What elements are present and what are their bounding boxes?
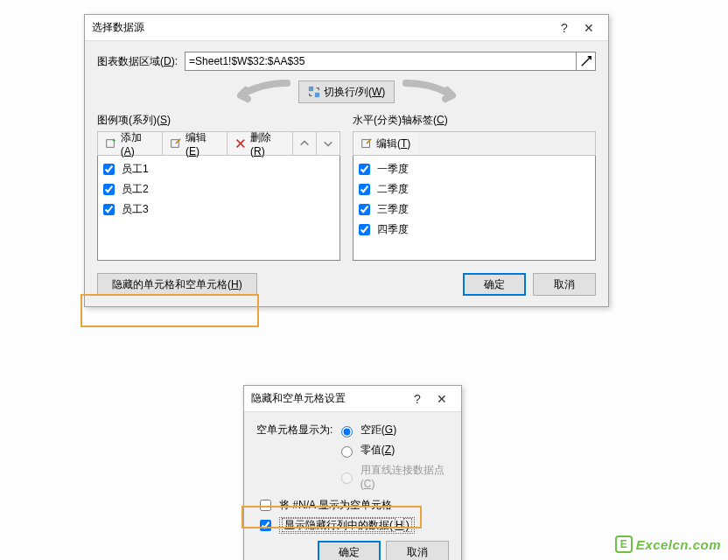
legend-label: 图例项(系列)(S) xyxy=(97,113,340,128)
cancel-button[interactable]: 取消 xyxy=(386,541,449,560)
radio-connect: 用直线连接数据点(C) xyxy=(337,463,449,490)
arrow-left-icon xyxy=(230,80,291,104)
legend-toolbar: 添加(A) 编辑(E) 删除(R) xyxy=(97,131,340,156)
list-item-label: 一季度 xyxy=(377,162,409,177)
edit-icon xyxy=(360,137,373,150)
list-item[interactable]: 一季度 xyxy=(359,159,590,179)
watermark-text: Excelcn.com xyxy=(636,537,721,552)
edit-axis-button[interactable]: 编辑(T) xyxy=(354,132,417,155)
arrow-right-icon xyxy=(402,80,463,104)
collapse-icon xyxy=(580,55,592,67)
switch-row-column-button[interactable]: 切换行/列(W) xyxy=(298,80,396,103)
titlebar: 选择数据源 ? ✕ xyxy=(85,15,608,41)
chart-range-input[interactable]: =Sheet1!$W$32:$AA$35 xyxy=(185,52,577,71)
list-item[interactable]: 员工1 xyxy=(103,159,334,179)
ok-button[interactable]: 确定 xyxy=(463,273,526,296)
radio-zero[interactable]: 零值(Z) xyxy=(337,443,449,458)
watermark: E Excelcn.com xyxy=(615,536,721,553)
legend-column: 图例项(系列)(S) 添加(A) 编辑(E) 删除(R) xyxy=(97,113,340,261)
list-item[interactable]: 员工2 xyxy=(103,179,334,200)
list-item-label: 四季度 xyxy=(377,222,409,237)
list-item-checkbox[interactable] xyxy=(359,184,370,195)
close-button[interactable]: ✕ xyxy=(430,392,454,406)
radio-gaps[interactable]: 空距(G) xyxy=(337,423,449,438)
list-item[interactable]: 四季度 xyxy=(359,220,590,240)
list-item-checkbox[interactable] xyxy=(359,164,370,175)
chart-range-row: 图表数据区域(D): =Sheet1!$W$32:$AA$35 xyxy=(97,52,596,71)
cancel-button[interactable]: 取消 xyxy=(533,273,596,296)
axis-toolbar: 编辑(T) xyxy=(353,131,596,156)
list-item-label: 员工2 xyxy=(122,182,149,197)
legend-listbox[interactable]: 员工1员工2员工3 xyxy=(97,156,340,261)
chart-range-label: 图表数据区域(D): xyxy=(97,54,178,69)
empty-cells-label: 空单元格显示为: xyxy=(256,423,337,490)
axis-label: 水平(分类)轴标签(C) xyxy=(353,113,596,128)
svg-rect-0 xyxy=(309,87,313,91)
watermark-icon: E xyxy=(615,536,633,553)
range-collapse-button[interactable] xyxy=(577,52,596,71)
list-item-checkbox[interactable] xyxy=(103,164,115,175)
titlebar: 隐藏和空单元格设置 ? ✕ xyxy=(244,386,461,412)
svg-rect-1 xyxy=(315,93,319,97)
list-item-label: 员工3 xyxy=(122,202,149,217)
move-up-button[interactable] xyxy=(293,132,317,155)
list-item[interactable]: 三季度 xyxy=(359,200,590,220)
help-button[interactable]: ? xyxy=(552,21,577,35)
edit-series-button[interactable]: 编辑(E) xyxy=(163,132,228,155)
add-icon xyxy=(105,137,117,150)
list-item-label: 三季度 xyxy=(377,202,409,217)
hidden-cells-button[interactable]: 隐藏的单元格和空单元格(H) xyxy=(97,273,257,296)
dialog-title: 隐藏和空单元格设置 xyxy=(251,391,405,406)
swap-row: 切换行/列(W) xyxy=(97,80,596,104)
dialog-body: 图表数据区域(D): =Sheet1!$W$32:$AA$35 切换行/列(W)… xyxy=(85,41,608,306)
up-icon xyxy=(298,137,311,150)
remove-icon xyxy=(234,137,247,150)
dialog-body: 空单元格显示为: 空距(G) 零值(Z) 用直线连接数据点(C) 将 #N/A … xyxy=(244,412,461,560)
help-button[interactable]: ? xyxy=(405,392,430,406)
list-item-checkbox[interactable] xyxy=(359,224,370,235)
empty-cells-row: 空单元格显示为: 空距(G) 零值(Z) 用直线连接数据点(C) xyxy=(256,423,449,490)
list-item-label: 员工1 xyxy=(122,162,149,177)
edit-icon xyxy=(170,137,182,150)
down-icon xyxy=(322,137,334,150)
select-data-source-dialog: 选择数据源 ? ✕ 图表数据区域(D): =Sheet1!$W$32:$AA$3… xyxy=(84,14,609,307)
move-down-button[interactable] xyxy=(317,132,340,155)
checkbox-na-as-empty[interactable]: 将 #N/A 显示为空单元格 xyxy=(256,497,449,514)
hidden-empty-cells-dialog: 隐藏和空单元格设置 ? ✕ 空单元格显示为: 空距(G) 零值(Z) 用直线连接… xyxy=(243,385,462,560)
close-button[interactable]: ✕ xyxy=(577,21,601,35)
checkbox-show-hidden-data[interactable]: 显示隐藏行列中的数据(H) xyxy=(256,517,449,534)
dialog-title: 选择数据源 xyxy=(92,20,552,35)
bottom-row: 隐藏的单元格和空单元格(H) 确定 取消 xyxy=(97,273,596,296)
button-row: 确定 取消 xyxy=(256,541,449,560)
list-item-checkbox[interactable] xyxy=(103,184,115,195)
list-item[interactable]: 员工3 xyxy=(103,200,334,220)
list-item[interactable]: 二季度 xyxy=(359,179,590,200)
axis-column: 水平(分类)轴标签(C) 编辑(T) 一季度二季度三季度四季度 xyxy=(353,113,596,261)
swap-icon xyxy=(308,86,320,98)
columns: 图例项(系列)(S) 添加(A) 编辑(E) 删除(R) xyxy=(97,113,596,261)
remove-series-button[interactable]: 删除(R) xyxy=(228,132,293,155)
add-series-button[interactable]: 添加(A) xyxy=(98,132,163,155)
empty-cells-radios: 空距(G) 零值(Z) 用直线连接数据点(C) xyxy=(337,423,449,490)
axis-listbox[interactable]: 一季度二季度三季度四季度 xyxy=(353,156,596,261)
ok-button[interactable]: 确定 xyxy=(318,541,381,560)
list-item-checkbox[interactable] xyxy=(359,204,370,215)
list-item-label: 二季度 xyxy=(377,182,409,197)
list-item-checkbox[interactable] xyxy=(103,204,115,215)
